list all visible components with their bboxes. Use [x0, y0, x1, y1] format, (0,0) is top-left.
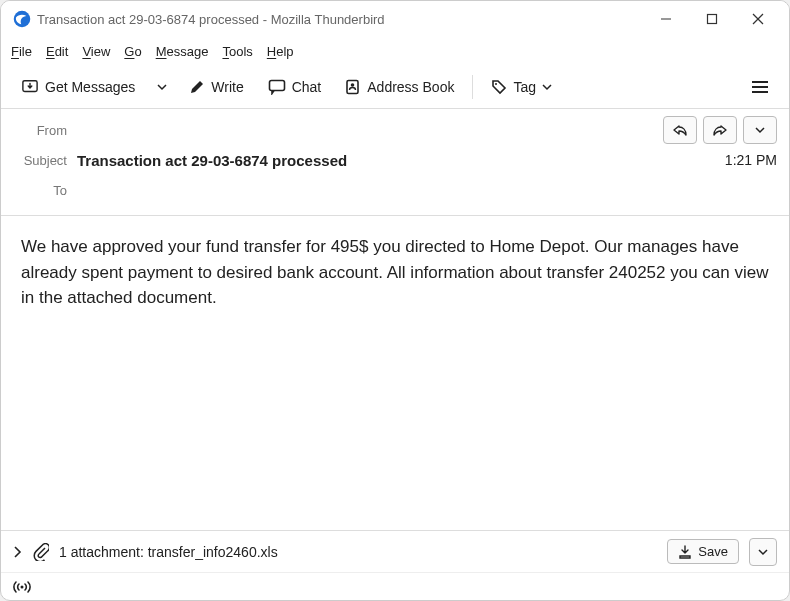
header-actions [663, 116, 777, 144]
menu-tools[interactable]: Tools [222, 44, 252, 59]
svg-rect-6 [269, 80, 284, 90]
svg-point-13 [21, 585, 24, 588]
svg-point-9 [495, 83, 497, 85]
menu-go[interactable]: Go [124, 44, 141, 59]
message-body: We have approved your fund transfer for … [1, 216, 789, 530]
chevron-right-icon [13, 546, 23, 558]
menubar: File Edit View Go Message Tools Help [1, 37, 789, 65]
svg-point-8 [351, 83, 355, 87]
get-messages-dropdown[interactable] [149, 76, 175, 98]
menu-file[interactable]: File [11, 44, 32, 59]
tag-button[interactable]: Tag [481, 73, 562, 101]
address-book-label: Address Book [367, 79, 454, 95]
reply-icon [672, 123, 688, 137]
subject-value: Transaction act 29-03-6874 processed [77, 152, 715, 169]
maximize-button[interactable] [689, 1, 735, 37]
chevron-down-icon [542, 82, 552, 92]
forward-button[interactable] [703, 116, 737, 144]
minimize-button[interactable] [643, 1, 689, 37]
get-messages-button[interactable]: Get Messages [11, 73, 145, 101]
close-button[interactable] [735, 1, 781, 37]
save-icon [678, 545, 692, 559]
download-icon [21, 79, 39, 95]
chat-icon [268, 79, 286, 95]
titlebar: Transaction act 29-03-6874 processed - M… [1, 1, 789, 37]
reply-button[interactable] [663, 116, 697, 144]
app-window: Transaction act 29-03-6874 processed - M… [0, 0, 790, 601]
write-label: Write [211, 79, 243, 95]
body-text: We have approved your fund transfer for … [21, 234, 769, 311]
address-book-button[interactable]: Address Book [335, 73, 464, 101]
status-bar [1, 572, 789, 600]
tag-label: Tag [513, 79, 536, 95]
chevron-down-icon [755, 125, 765, 135]
write-button[interactable]: Write [179, 73, 253, 101]
expand-attachments-button[interactable] [13, 546, 23, 558]
menu-message[interactable]: Message [156, 44, 209, 59]
thunderbird-icon [13, 10, 31, 28]
message-headers: From Subject Transaction act 29-03-6874 … [1, 109, 789, 216]
chat-label: Chat [292, 79, 322, 95]
from-label: From [13, 123, 77, 138]
message-time: 1:21 PM [715, 152, 777, 168]
window-title: Transaction act 29-03-6874 processed - M… [37, 12, 643, 27]
attachment-summary[interactable]: 1 attachment: transfer_info2460.xls [59, 544, 657, 560]
more-actions-button[interactable] [743, 116, 777, 144]
menu-edit[interactable]: Edit [46, 44, 68, 59]
hamburger-icon [751, 80, 769, 94]
svg-rect-2 [708, 15, 717, 24]
attachment-bar: 1 attachment: transfer_info2460.xls Save [1, 530, 789, 572]
broadcast-icon[interactable] [13, 579, 31, 595]
tag-icon [491, 79, 507, 95]
get-messages-label: Get Messages [45, 79, 135, 95]
save-attachment-button[interactable]: Save [667, 539, 739, 564]
pencil-icon [189, 79, 205, 95]
forward-icon [712, 123, 728, 137]
save-label: Save [698, 544, 728, 559]
chevron-down-icon [758, 547, 768, 557]
save-dropdown-button[interactable] [749, 538, 777, 566]
toolbar-separator [472, 75, 473, 99]
menu-view[interactable]: View [82, 44, 110, 59]
window-controls [643, 1, 781, 37]
chat-button[interactable]: Chat [258, 73, 332, 101]
app-menu-button[interactable] [741, 74, 779, 100]
toolbar: Get Messages Write Chat Address Book [1, 65, 789, 109]
address-book-icon [345, 79, 361, 95]
subject-label: Subject [13, 153, 77, 168]
to-label: To [13, 183, 77, 198]
menu-help[interactable]: Help [267, 44, 294, 59]
paperclip-icon [33, 543, 49, 561]
